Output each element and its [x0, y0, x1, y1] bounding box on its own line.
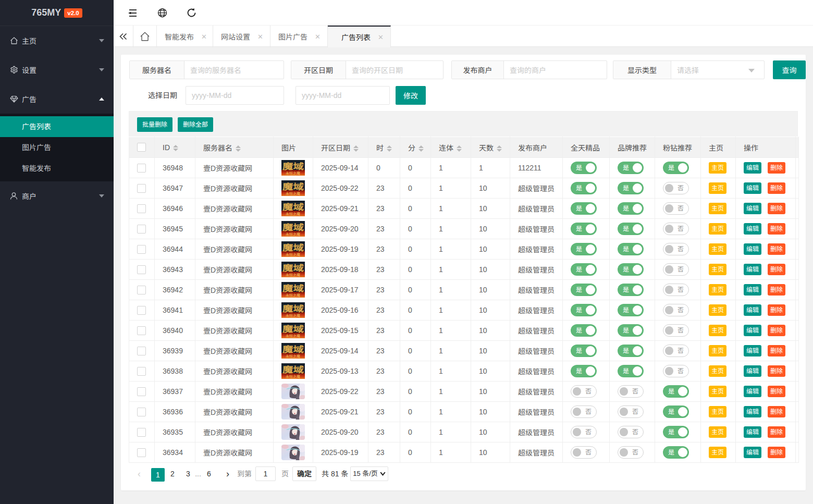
svg-text:永恒之魔: 永恒之魔 — [286, 211, 300, 216]
svg-text:永恒之魔: 永恒之魔 — [286, 333, 300, 338]
svg-text:永恒之魔: 永恒之魔 — [286, 231, 300, 237]
svg-text:永恒之魔: 永恒之魔 — [286, 313, 300, 318]
svg-text:永恒之魔: 永恒之魔 — [286, 272, 300, 277]
svg-text:永恒之魔: 永恒之魔 — [286, 170, 300, 176]
svg-text:永恒之魔: 永恒之魔 — [286, 292, 300, 298]
svg-text:永恒之魔: 永恒之魔 — [286, 191, 300, 196]
svg-text:永恒之魔: 永恒之魔 — [286, 374, 300, 379]
svg-text:永恒之魔: 永恒之魔 — [286, 353, 300, 359]
svg-text:永恒之魔: 永恒之魔 — [286, 252, 300, 257]
